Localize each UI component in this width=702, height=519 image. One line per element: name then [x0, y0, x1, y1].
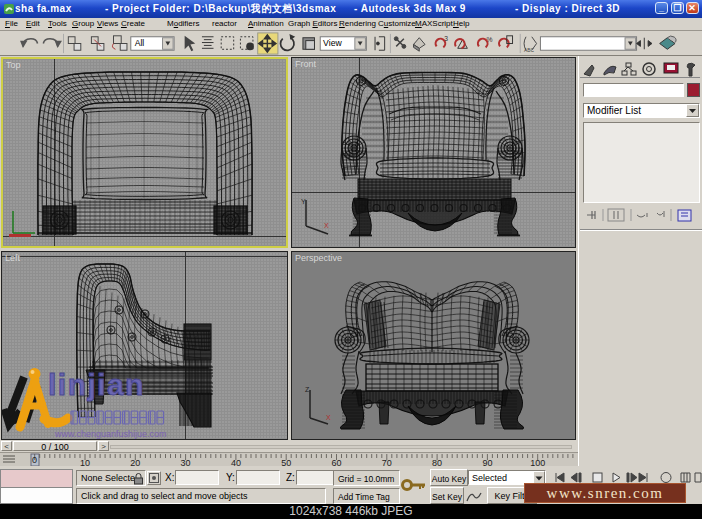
svg-text:%: % [487, 36, 493, 43]
svg-text:View: View [323, 38, 342, 48]
svg-text:linjian: linjian [48, 368, 145, 401]
svg-text:ABC: ABC [524, 48, 534, 53]
svg-text:3: 3 [444, 35, 448, 42]
svg-text:www.chenguanfushijue.com: www.chenguanfushijue.com [54, 429, 167, 439]
svg-text:All: All [135, 38, 145, 48]
